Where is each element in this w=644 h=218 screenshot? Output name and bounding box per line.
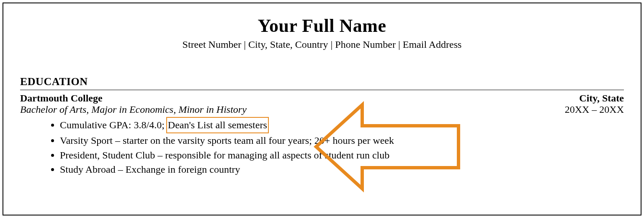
section-title-education: EDUCATION	[20, 75, 624, 88]
degree-dates: 20XX – 20XX	[565, 104, 624, 115]
page-border: Your Full Name Street Number | City, Sta…	[3, 3, 641, 215]
education-row-degree: Bachelor of Arts, Major in Economics, Mi…	[20, 104, 624, 115]
bullet-gpa-prefix: Cumulative GPA: 3.8/4.0;	[60, 119, 167, 130]
resume-header: Your Full Name Street Number | City, Sta…	[20, 15, 624, 50]
deans-list-highlight: Dean's List all semesters	[166, 117, 269, 133]
education-row-school: Dartmouth College City, State	[20, 93, 624, 104]
school-location: City, State	[579, 93, 624, 104]
full-name: Your Full Name	[20, 15, 624, 36]
degree-line: Bachelor of Arts, Major in Economics, Mi…	[20, 104, 247, 115]
bullet-varsity: Varsity Sport – starter on the varsity s…	[60, 133, 624, 148]
school-name: Dartmouth College	[20, 93, 103, 104]
bullet-study-abroad: Study Abroad – Exchange in foreign count…	[60, 162, 624, 177]
bullet-president: President, Student Club – responsible fo…	[60, 148, 624, 163]
contact-line: Street Number | City, State, Country | P…	[20, 39, 624, 50]
education-bullets: Cumulative GPA: 3.8/4.0; Dean's List all…	[20, 117, 624, 177]
section-rule	[20, 90, 624, 90]
education-section: EDUCATION Dartmouth College City, State …	[20, 75, 624, 177]
bullet-gpa: Cumulative GPA: 3.8/4.0; Dean's List all…	[60, 117, 624, 133]
